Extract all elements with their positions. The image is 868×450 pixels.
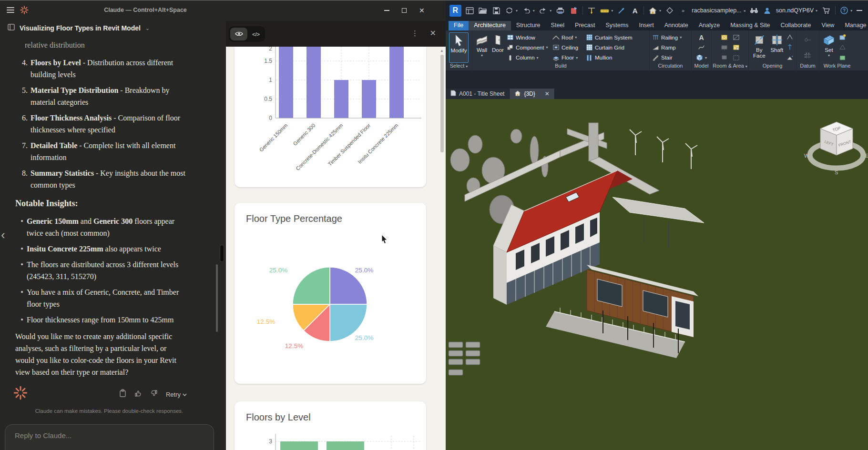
undo-icon[interactable] — [522, 6, 531, 15]
home-icon[interactable] — [648, 6, 657, 15]
revit-minimize-button[interactable] — [857, 10, 862, 11]
model-line-button[interactable] — [698, 43, 705, 52]
tab-file[interactable]: File — [449, 21, 469, 30]
text-icon[interactable]: A — [631, 6, 640, 15]
3d-viewport[interactable]: W S E TOP LEFT FRONT — [446, 99, 868, 450]
preview-toggle-button[interactable] — [230, 28, 247, 40]
ceiling-button[interactable]: Ceiling — [552, 43, 583, 52]
reply-input-container[interactable] — [5, 424, 214, 450]
close-view-icon[interactable]: ✕ — [545, 90, 550, 97]
datum-group-label[interactable]: Datum — [797, 63, 819, 70]
artifact-scrollbar[interactable]: ▲ — [439, 49, 445, 239]
dormer-opening-icon[interactable] — [786, 54, 794, 61]
grid-icon[interactable] — [804, 52, 811, 59]
print-icon[interactable] — [556, 6, 565, 15]
close-button[interactable]: ✕ — [419, 7, 425, 14]
ramp-button[interactable]: Ramp — [652, 43, 689, 52]
align-icon[interactable] — [617, 6, 626, 15]
kebab-menu-icon[interactable]: ⋮ — [411, 29, 419, 38]
window-button[interactable]: Window — [507, 33, 550, 42]
wall-button[interactable]: Wall ▾ — [473, 32, 490, 63]
thumbs-up-icon[interactable] — [134, 389, 142, 400]
column-button[interactable]: Column▾ — [507, 53, 550, 62]
view-tab-sheet[interactable]: A001 - Title Sheet — [446, 89, 510, 99]
select-group-label[interactable]: Select ▾ — [446, 63, 472, 70]
retry-button[interactable]: Retry — [166, 389, 187, 400]
cart-icon[interactable] — [822, 6, 831, 15]
artifact-scroll-thumb[interactable] — [440, 55, 444, 152]
tab-manage[interactable]: Manage — [839, 21, 868, 30]
dropdown-caret[interactable]: ▾ — [516, 9, 518, 13]
modify-button[interactable]: Modify — [449, 32, 469, 63]
tab-precast[interactable]: Precast — [570, 21, 600, 30]
level-icon[interactable]: -1 — [804, 37, 811, 44]
roof-button[interactable]: Roof▾ — [552, 33, 583, 42]
tag-room-icon[interactable] — [721, 44, 728, 51]
model-group-label[interactable]: Model — [692, 63, 711, 70]
hamburger-menu-icon[interactable] — [7, 7, 14, 13]
dropdown-caret[interactable]: ▾ — [533, 9, 535, 13]
area-icon[interactable] — [733, 44, 740, 51]
vertical-opening-icon[interactable] — [786, 44, 794, 51]
build-group-label[interactable]: Build — [472, 63, 649, 70]
by-face-button[interactable]: By Face — [750, 32, 769, 63]
fast-forward-icon[interactable]: » — [679, 6, 688, 15]
minimize-button[interactable] — [384, 10, 389, 11]
area-boundary-icon[interactable] — [733, 54, 740, 61]
help-icon[interactable]: ? — [840, 6, 849, 15]
viewer-icon[interactable] — [839, 54, 846, 61]
dropdown-caret[interactable]: ▾ — [816, 9, 817, 13]
work-plane-group-label[interactable]: Work Plane — [819, 63, 855, 70]
save-icon[interactable] — [492, 6, 501, 15]
room-icon[interactable] — [721, 34, 728, 41]
measure-icon[interactable] — [600, 6, 609, 15]
chat-scrollbar[interactable] — [216, 264, 218, 332]
sidebar-toggle-icon[interactable] — [8, 24, 15, 32]
opening-group-label[interactable]: Opening — [749, 63, 796, 70]
dropdown-caret[interactable]: ▾ — [550, 9, 551, 13]
user-name[interactable]: son.ndQYP6V — [776, 7, 814, 14]
maximize-button[interactable] — [402, 8, 407, 13]
dropdown-caret[interactable]: ▾ — [611, 9, 613, 13]
dropdown-caret[interactable]: ▾ — [850, 9, 852, 13]
room-area-group-label[interactable]: Room & Area ▾ — [712, 63, 748, 70]
copy-icon[interactable] — [119, 389, 126, 400]
set-work-plane-button[interactable]: Set ▾ — [820, 32, 837, 63]
component-button[interactable]: Component▾ — [507, 43, 550, 52]
revit-logo[interactable]: R — [449, 5, 461, 17]
thumbs-down-icon[interactable] — [150, 389, 158, 400]
wall-opening-icon[interactable] — [786, 34, 794, 41]
room-separator-icon[interactable] — [733, 34, 740, 41]
ui-interface-icon[interactable] — [466, 6, 475, 15]
curtain-system-button[interactable]: Curtain System — [586, 33, 640, 42]
curtain-grid-button[interactable]: Curtain Grid — [586, 43, 640, 52]
previous-chat-chevron-icon[interactable]: ‹ — [1, 228, 5, 242]
document-title[interactable]: racbasicsamplep... — [692, 7, 741, 14]
compass-icon[interactable] — [665, 6, 674, 15]
transfer-icon[interactable] — [569, 6, 578, 15]
show-work-plane-icon[interactable] — [839, 34, 846, 41]
collapse-caret[interactable]: ◂ — [744, 9, 745, 13]
tab-analyze[interactable]: Analyze — [694, 21, 725, 30]
tab-annotate[interactable]: Annotate — [659, 21, 694, 30]
search-binoculars-icon[interactable] — [750, 6, 759, 15]
circulation-group-label[interactable]: Circulation — [650, 63, 691, 70]
pane-resize-handle[interactable] — [220, 245, 224, 262]
section-icon[interactable] — [587, 6, 596, 15]
reply-input[interactable] — [5, 425, 214, 450]
code-toggle-button[interactable]: </> — [248, 28, 264, 40]
tab-systems[interactable]: Systems — [600, 21, 633, 30]
railing-button[interactable]: Railing▾ — [652, 33, 689, 42]
stair-button[interactable]: Stair — [652, 53, 689, 62]
model-group-button[interactable]: ▾ — [696, 53, 707, 62]
artifact-close-icon[interactable]: ✕ — [430, 29, 436, 38]
mullion-button[interactable]: Mullion — [586, 53, 640, 62]
tab-collaborate[interactable]: Collaborate — [776, 21, 817, 30]
floor-button[interactable]: Floor▾ — [552, 53, 583, 62]
tab-structure[interactable]: Structure — [511, 21, 546, 30]
tab-view[interactable]: View — [817, 21, 840, 30]
door-button[interactable]: Door — [490, 32, 505, 63]
ref-plane-icon[interactable] — [839, 44, 846, 51]
user-avatar-icon[interactable] — [763, 6, 772, 15]
tag-area-icon[interactable] — [721, 54, 728, 61]
